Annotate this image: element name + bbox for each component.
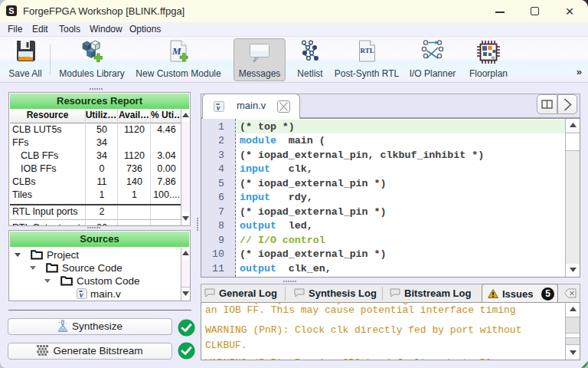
svg-text:M: M: [172, 45, 181, 57]
svg-text:v: v: [217, 104, 220, 112]
svg-text:v: v: [80, 291, 83, 299]
svg-text:RTL: RTL: [360, 47, 374, 54]
